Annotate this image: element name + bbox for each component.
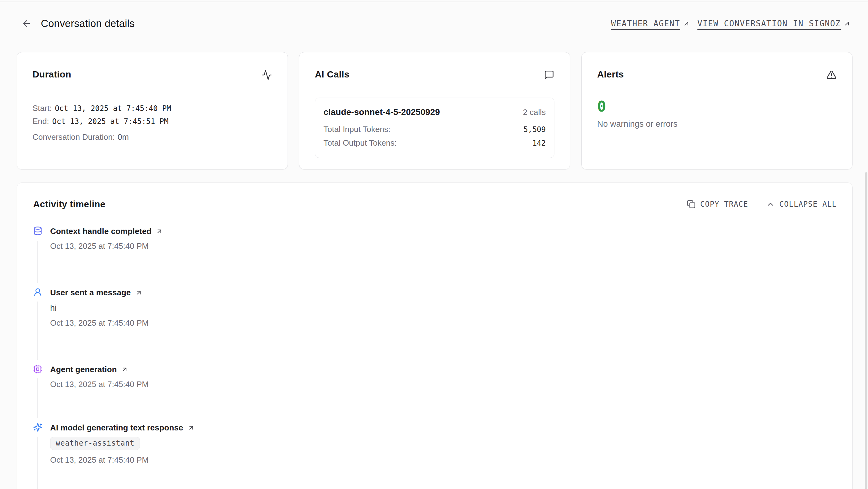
output-tokens-value: 142 bbox=[532, 139, 546, 147]
model-name: claude-sonnet-4-5-20250929 bbox=[323, 107, 440, 117]
top-divider bbox=[0, 2, 868, 2]
timeline-event-ai-model-response: AI model generating text response weathe… bbox=[33, 423, 837, 465]
copy-trace-button[interactable]: COPY TRACE bbox=[687, 200, 748, 208]
ai-calls-card-title: AI Calls bbox=[315, 69, 349, 80]
page-header: Conversation details WEATHER AGENT VIEW … bbox=[0, 0, 868, 30]
user-icon bbox=[33, 283, 42, 301]
alert-triangle-icon bbox=[826, 70, 837, 80]
message-square-icon bbox=[544, 70, 554, 80]
alerts-card: Alerts 0 No warnings or errors bbox=[581, 52, 852, 170]
timeline-event-context-handle: Context handle completed Oct 13, 2025 at… bbox=[33, 226, 837, 251]
timeline-event-agent-generation: Agent generation Oct 13, 2025 at 7:45:40… bbox=[33, 365, 837, 389]
start-label: Start: bbox=[32, 102, 52, 115]
copy-trace-label: COPY TRACE bbox=[700, 200, 748, 208]
page-title: Conversation details bbox=[41, 18, 135, 29]
activity-icon bbox=[261, 70, 272, 80]
arrow-up-right-icon bbox=[121, 366, 128, 373]
event-timestamp: Oct 13, 2025 at 7:45:40 PM bbox=[50, 379, 837, 389]
weather-agent-link-label: WEATHER AGENT bbox=[611, 19, 680, 28]
arrow-left-icon bbox=[22, 19, 32, 29]
start-value: Oct 13, 2025 at 7:45:40 PM bbox=[55, 102, 171, 115]
input-tokens-label: Total Input Tokens: bbox=[323, 124, 390, 134]
output-tokens-label: Total Output Tokens: bbox=[323, 138, 397, 148]
duration-card-title: Duration bbox=[32, 69, 71, 80]
event-timestamp: Oct 13, 2025 at 7:45:40 PM bbox=[50, 241, 837, 251]
conversation-duration-value: 0m bbox=[118, 131, 129, 143]
model-calls-count: 2 calls bbox=[523, 108, 546, 117]
arrow-up-right-icon bbox=[683, 20, 690, 27]
event-title-link[interactable]: AI model generating text response bbox=[50, 423, 195, 433]
view-conversation-signoz-link[interactable]: VIEW CONVERSATION IN SIGNOZ bbox=[698, 19, 851, 28]
event-title: User sent a message bbox=[50, 288, 131, 297]
alerts-message: No warnings or errors bbox=[597, 119, 837, 129]
event-timestamp: Oct 13, 2025 at 7:45:40 PM bbox=[50, 318, 837, 328]
duration-card: Duration Start: Oct 13, 2025 at 7:45:40 … bbox=[17, 52, 288, 170]
timeline-list: Context handle completed Oct 13, 2025 at… bbox=[33, 226, 837, 489]
sparkles-icon bbox=[33, 418, 42, 437]
view-conversation-signoz-link-label: VIEW CONVERSATION IN SIGNOZ bbox=[698, 19, 841, 28]
copy-icon bbox=[687, 200, 695, 208]
event-message-body: hi bbox=[50, 303, 837, 313]
end-label: End: bbox=[32, 115, 49, 128]
agent-badge: weather-assistant bbox=[50, 437, 140, 450]
event-title-link[interactable]: Agent generation bbox=[50, 365, 128, 374]
event-title: AI model generating text response bbox=[50, 423, 183, 433]
event-timestamp: Oct 13, 2025 at 7:45:40 PM bbox=[50, 455, 837, 465]
duration-start-row: Start: Oct 13, 2025 at 7:45:40 PM bbox=[32, 102, 272, 115]
stat-cards-row: Duration Start: Oct 13, 2025 at 7:45:40 … bbox=[17, 52, 852, 170]
output-tokens-row: Total Output Tokens: 142 bbox=[323, 138, 546, 148]
input-tokens-value: 5,509 bbox=[524, 125, 546, 134]
collapse-all-button[interactable]: COLLAPSE ALL bbox=[766, 200, 837, 208]
arrow-up-right-icon bbox=[156, 228, 163, 235]
collapse-all-label: COLLAPSE ALL bbox=[779, 200, 837, 208]
back-button[interactable] bbox=[21, 17, 33, 30]
event-title-link[interactable]: User sent a message bbox=[50, 288, 143, 297]
activity-timeline-title: Activity timeline bbox=[33, 199, 105, 209]
arrow-up-right-icon bbox=[843, 20, 851, 27]
arrow-up-right-icon bbox=[135, 289, 143, 296]
timeline-event-user-message: User sent a message hi Oct 13, 2025 at 7… bbox=[33, 288, 837, 328]
conversation-duration-label: Conversation Duration: bbox=[32, 131, 115, 143]
conversation-duration-row: Conversation Duration: 0m bbox=[32, 131, 272, 143]
database-icon bbox=[33, 222, 42, 240]
activity-timeline-card: Activity timeline COPY TRACE COLLAPSE AL… bbox=[17, 182, 852, 489]
chevron-up-icon bbox=[766, 200, 775, 208]
alerts-card-title: Alerts bbox=[597, 69, 624, 80]
weather-agent-link[interactable]: WEATHER AGENT bbox=[611, 19, 690, 28]
end-value: Oct 13, 2025 at 7:45:51 PM bbox=[52, 115, 169, 128]
duration-end-row: End: Oct 13, 2025 at 7:45:51 PM bbox=[32, 115, 272, 128]
event-title: Context handle completed bbox=[50, 227, 151, 236]
vertical-scrollbar[interactable] bbox=[865, 172, 867, 489]
header-links: WEATHER AGENT VIEW CONVERSATION IN SIGNO… bbox=[611, 19, 851, 28]
cpu-icon bbox=[33, 360, 42, 378]
model-usage-box: claude-sonnet-4-5-20250929 2 calls Total… bbox=[315, 97, 554, 158]
event-title-link[interactable]: Context handle completed bbox=[50, 226, 163, 236]
input-tokens-row: Total Input Tokens: 5,509 bbox=[323, 124, 546, 134]
arrow-up-right-icon bbox=[188, 424, 195, 431]
alerts-count: 0 bbox=[597, 98, 837, 114]
ai-calls-card: AI Calls claude-sonnet-4-5-20250929 2 ca… bbox=[299, 52, 570, 170]
event-title: Agent generation bbox=[50, 365, 117, 374]
